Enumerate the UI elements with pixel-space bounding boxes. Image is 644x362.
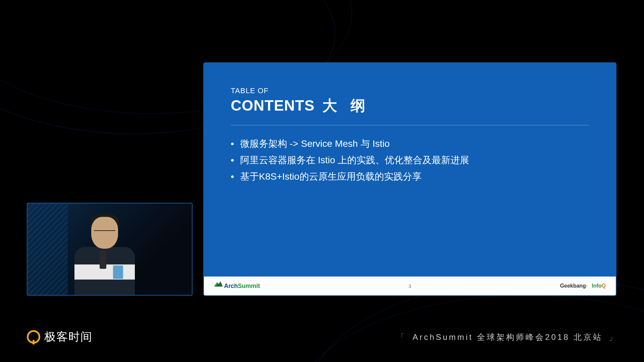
slide-title: CONTENTS 大 纲 bbox=[231, 96, 589, 125]
summit-text-part: Summit bbox=[238, 283, 260, 289]
bg-dots-bottom-2 bbox=[292, 295, 644, 362]
slide-bullet-item: 微服务架构 -> Service Mesh 与 Istio bbox=[231, 135, 589, 152]
presentation-slide: TABLE OF CONTENTS 大 纲 微服务架构 -> Service M… bbox=[203, 62, 616, 296]
slide-body: TABLE OF CONTENTS 大 纲 微服务架构 -> Service M… bbox=[204, 63, 616, 277]
geektime-icon bbox=[27, 330, 40, 344]
geekbang-arrow-icon: › bbox=[586, 283, 588, 289]
brand-logo: 极客时间 bbox=[27, 329, 93, 345]
speaker-microphone bbox=[100, 250, 106, 269]
speaker-video-panel bbox=[27, 203, 193, 296]
archsummit-logo-text: ArchSummit bbox=[224, 283, 260, 290]
video-bg-panel bbox=[28, 203, 68, 295]
slide-bullet-item: 阿里云容器服务在 Istio 上的实践、优化整合及最新进展 bbox=[231, 152, 589, 168]
bracket-close: 」 bbox=[609, 333, 619, 342]
brand-name: 极客时间 bbox=[44, 329, 93, 345]
speaker-glasses bbox=[94, 230, 115, 235]
footer-left-logo: ArchSummit bbox=[214, 283, 260, 290]
archsummit-mountain-icon bbox=[214, 281, 223, 287]
speaker-badge bbox=[113, 265, 123, 279]
slide-page-number: 3 bbox=[409, 283, 411, 289]
slide-bullet-list: 微服务架构 -> Service Mesh 与 Istio 阿里云容器服务在 I… bbox=[231, 135, 589, 185]
bracket-open: 「 bbox=[397, 333, 407, 342]
slide-title-en: CONTENTS bbox=[231, 97, 315, 114]
slide-footer: ArchSummit 3 Geekbang› InfoQ bbox=[204, 277, 616, 295]
slide-bullet-item: 基于K8S+Istio的云原生应用负载的实践分享 bbox=[231, 168, 589, 185]
infoq-logo: InfoQ bbox=[592, 283, 606, 289]
speaker-figure bbox=[74, 210, 135, 296]
event-label: 「 ArchSummit 全球架构师峰会2018 北京站 」 bbox=[395, 332, 621, 343]
infoq-text-q: Q bbox=[602, 283, 606, 289]
event-name: ArchSummit 全球架构师峰会2018 北京站 bbox=[413, 333, 603, 342]
infoq-text-pre: Info bbox=[592, 283, 601, 289]
footer-right-logos: Geekbang› InfoQ bbox=[560, 283, 606, 289]
arch-text-part: Arch bbox=[224, 283, 238, 289]
slide-title-zh: 大 纲 bbox=[322, 97, 370, 114]
geekbang-text: Geekbang bbox=[560, 283, 586, 289]
slide-pretitle: TABLE OF bbox=[231, 86, 589, 95]
geekbang-logo: Geekbang› bbox=[560, 283, 588, 289]
